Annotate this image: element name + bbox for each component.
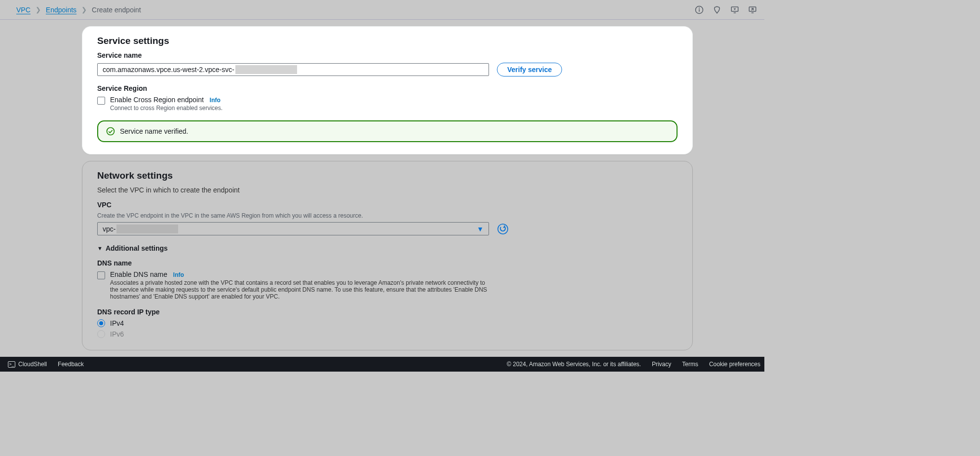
- service-name-input[interactable]: com.amazonaws.vpce.us-west-2.vpce-svc-: [97, 63, 489, 76]
- additional-settings-toggle[interactable]: ▼ Additional settings: [97, 244, 678, 252]
- breadcrumbs: VPC ❯ Endpoints ❯ Create endpoint: [16, 6, 141, 14]
- ipv4-label: IPv4: [110, 319, 124, 327]
- dns-name-label: DNS name: [97, 259, 678, 267]
- service-name-label: Service name: [97, 51, 678, 59]
- cross-region-help: Connect to cross Region enabled services…: [110, 105, 223, 112]
- info-link[interactable]: Info: [173, 271, 184, 278]
- ipv6-label: IPv6: [110, 330, 124, 338]
- vpc-value: vpc-: [103, 225, 115, 233]
- svg-point-10: [498, 224, 508, 234]
- svg-marker-3: [715, 6, 720, 13]
- redacted-block: [116, 225, 178, 233]
- svg-point-9: [107, 128, 114, 135]
- breadcrumb-vpc[interactable]: VPC: [16, 6, 31, 14]
- success-check-icon: [106, 127, 115, 136]
- cookie-prefs-link[interactable]: Cookie preferences: [709, 361, 760, 368]
- dns-record-type-label: DNS record IP type: [97, 308, 678, 316]
- chevron-right-icon: ❯: [81, 6, 87, 13]
- vpc-label: VPC: [97, 201, 678, 209]
- verify-success-text: Service name verified.: [120, 127, 188, 135]
- privacy-link[interactable]: Privacy: [652, 361, 671, 368]
- service-name-value: com.amazonaws.vpce.us-west-2.vpce-svc-: [103, 66, 234, 74]
- breadcrumb-bar: VPC ❯ Endpoints ❯ Create endpoint: [0, 0, 764, 20]
- service-settings-panel: Service settings Service name com.amazon…: [82, 26, 693, 154]
- network-settings-subhead: Select the VPC in which to create the en…: [97, 186, 678, 194]
- additional-settings-label: Additional settings: [106, 244, 168, 252]
- service-settings-heading: Service settings: [97, 36, 678, 46]
- network-settings-panel: Network settings Select the VPC in which…: [82, 161, 693, 350]
- info-icon[interactable]: [695, 5, 704, 14]
- ipv4-radio[interactable]: [97, 319, 105, 327]
- terminal-icon: >_: [8, 361, 15, 368]
- breadcrumb-current: Create endpoint: [92, 6, 141, 14]
- header-actions: [695, 5, 757, 14]
- network-settings-heading: Network settings: [97, 170, 678, 181]
- enable-dns-checkbox[interactable]: [97, 271, 105, 279]
- cross-region-checkbox[interactable]: [97, 97, 105, 105]
- screen-diag-icon[interactable]: [748, 5, 757, 14]
- screen-down-icon[interactable]: [730, 5, 739, 14]
- vpc-select[interactable]: vpc- ▼: [97, 222, 489, 235]
- service-region-label: Service Region: [97, 84, 678, 92]
- redacted-block: [235, 65, 297, 74]
- cloudshell-button[interactable]: >_ CloudShell: [8, 361, 47, 368]
- copyright-text: © 2024, Amazon Web Services, Inc. or its…: [507, 361, 641, 368]
- chevron-right-icon: ❯: [36, 6, 41, 13]
- enable-dns-label: Enable DNS name: [110, 270, 167, 278]
- verify-success-alert: Service name verified.: [97, 120, 678, 142]
- feedback-link[interactable]: Feedback: [58, 361, 84, 368]
- ipv6-radio[interactable]: [97, 330, 105, 338]
- footer-bar: >_ CloudShell Feedback © 2024, Amazon We…: [0, 357, 764, 372]
- triangle-down-icon: ▼: [97, 245, 103, 251]
- breadcrumb-endpoints[interactable]: Endpoints: [46, 6, 76, 14]
- svg-point-2: [699, 7, 700, 8]
- terms-link[interactable]: Terms: [682, 361, 698, 368]
- refresh-button[interactable]: [497, 223, 509, 235]
- info-link[interactable]: Info: [210, 97, 221, 104]
- vpc-help: Create the VPC endpoint in the VPC in th…: [97, 212, 678, 219]
- cross-region-label: Enable Cross Region endpoint: [110, 96, 204, 104]
- caret-down-icon: ▼: [477, 225, 484, 233]
- shield-icon[interactable]: [713, 5, 721, 14]
- enable-dns-help: Associates a private hosted zone with th…: [110, 279, 490, 300]
- verify-service-button[interactable]: Verify service: [497, 63, 562, 76]
